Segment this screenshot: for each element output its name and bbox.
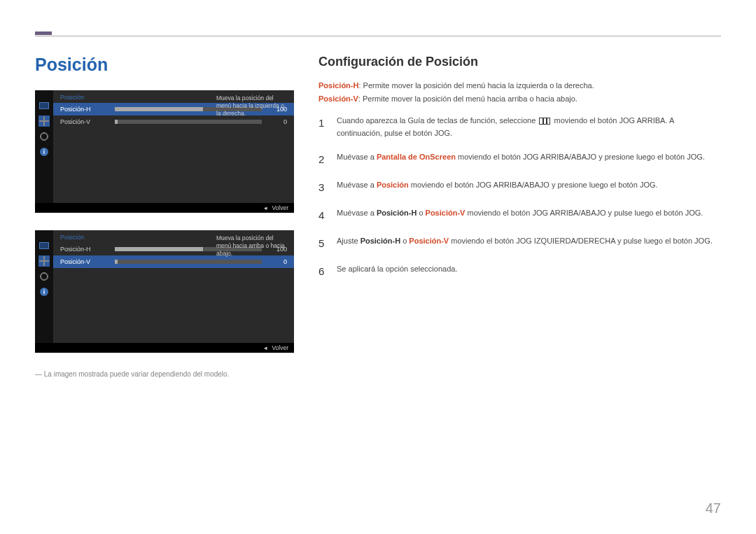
step-text: Muévase a [337, 209, 377, 217]
step-3: 3 Muévase a Posición moviendo el botón J… [318, 179, 721, 196]
intro-h-text: : Permite mover la posición del menú hac… [358, 81, 594, 90]
footnote: ― La imagen mostrada puede variar depend… [35, 370, 294, 378]
move-icon [38, 115, 50, 127]
step-term: Posición-V [426, 209, 465, 217]
triangle-left-icon: ◂ [264, 344, 267, 351]
step-number: 2 [318, 151, 328, 168]
osd-content: Posición Posición-H 100 Posición-V 0 Mue… [53, 90, 294, 203]
right-column: Configuración de Posición Posición-H: Pe… [318, 55, 721, 378]
osd-panel-h: i Posición Posición-H 100 Posición-V 0 M… [35, 90, 294, 213]
slider-icon [115, 260, 262, 264]
step-number: 6 [318, 263, 328, 280]
step-body: Se aplicará la opción seleccionada. [337, 263, 721, 280]
step-4: 4 Muévase a Posición-H o Posición-V movi… [318, 207, 721, 224]
info-icon: i [38, 286, 50, 297]
step-body: Ajuste Posición-H o Posición-V moviendo … [337, 235, 721, 252]
step-text: moviendo el botón JOG ARRIBA/ABAJO y pre… [456, 153, 705, 161]
step-5: 5 Ajuste Posición-H o Posición-V moviend… [318, 235, 721, 252]
section-title: Configuración de Posición [318, 55, 721, 69]
osd-footer: ◂ Volver [35, 343, 294, 353]
page-title: Posición [35, 55, 294, 75]
step-text: o [416, 209, 425, 217]
step-text: Muévase a [337, 181, 377, 189]
step-6: 6 Se aplicará la opción seleccionada. [318, 263, 721, 280]
intro-v-term: Posición-V [318, 94, 358, 103]
osd-row-value: 0 [267, 258, 287, 265]
osd-row-label: Posición-H [60, 106, 109, 113]
step-number: 3 [318, 179, 328, 196]
step-term: Posición-V [409, 237, 449, 245]
intro-v-text: : Permite mover la posición del menú hac… [358, 94, 578, 103]
triangle-left-icon: ◂ [264, 204, 267, 211]
osd-sidebar: i [35, 90, 53, 203]
osd-row-value: 0 [267, 118, 287, 125]
menu-icon [539, 118, 550, 125]
osd-footer: ◂ Volver [35, 203, 294, 213]
intro-v: Posición-V: Permite mover la posición de… [318, 92, 721, 106]
osd-row-label: Posición-H [60, 246, 109, 253]
osd-hint: Mueva la posición del menú hacia arriba … [216, 234, 290, 258]
step-text: Muévase a [337, 153, 377, 161]
main-content: Posición i Posición Posición-H 100 Posic… [35, 55, 721, 378]
step-text: Cuando aparezca la Guía de teclas de fun… [337, 116, 538, 125]
step-bold: Posición-H [377, 209, 416, 217]
osd-panel-v: i Posición Posición-H 100 Posición-V 0 M… [35, 230, 294, 353]
footnote-prefix: ― [35, 370, 44, 378]
steps-list: 1 Cuando aparezca la Guía de teclas de f… [318, 115, 721, 279]
step-body: Muévase a Posición moviendo el botón JOG… [337, 179, 721, 196]
gear-icon [38, 271, 50, 282]
monitor-icon [38, 100, 50, 111]
osd-back-label: Volver [272, 344, 288, 351]
step-text: Ajuste [337, 237, 360, 245]
page-number: 47 [706, 500, 721, 517]
step-term: Posición [377, 181, 409, 189]
step-number: 1 [318, 115, 328, 139]
osd-back-label: Volver [272, 204, 288, 211]
step-1: 1 Cuando aparezca la Guía de teclas de f… [318, 115, 721, 139]
step-number: 4 [318, 207, 328, 224]
step-text: moviendo el botón JOG ARRIBA/ABAJO y pre… [409, 181, 658, 189]
step-text: moviendo el botón JOG IZQUIERDA/DERECHA … [449, 237, 713, 245]
intro-h: Posición-H: Permite mover la posición de… [318, 79, 721, 92]
osd-hint: Mueva la posición del menú hacia la izqu… [216, 94, 290, 118]
top-divider [35, 31, 721, 35]
move-icon [38, 255, 50, 267]
info-icon: i [38, 146, 50, 157]
step-2: 2 Muévase a Pantalla de OnScreen moviend… [318, 151, 721, 168]
step-text: moviendo el botón JOG ARRIBA/ABAJO y pul… [465, 209, 703, 217]
osd-row-label: Posición-V [60, 258, 109, 265]
osd-row-label: Posición-V [60, 118, 109, 125]
step-body: Cuando aparezca la Guía de teclas de fun… [337, 115, 721, 139]
intro-h-term: Posición-H [318, 81, 358, 90]
osd-content: Posición Posición-H 100 Posición-V 0 Mue… [53, 230, 294, 343]
slider-icon [115, 120, 262, 124]
step-bold: Posición-H [360, 237, 400, 245]
monitor-icon [38, 240, 50, 251]
step-text: o [400, 237, 409, 245]
left-column: Posición i Posición Posición-H 100 Posic… [35, 55, 294, 378]
step-body: Muévase a Posición-H o Posición-V movien… [337, 207, 721, 224]
step-body: Muévase a Pantalla de OnScreen moviendo … [337, 151, 721, 168]
step-text: Se aplicará la opción seleccionada. [337, 265, 457, 273]
step-number: 5 [318, 235, 328, 252]
step-term: Pantalla de OnScreen [377, 153, 456, 161]
footnote-text: La imagen mostrada puede variar dependie… [44, 370, 230, 378]
gear-icon [38, 131, 50, 142]
osd-sidebar: i [35, 230, 53, 343]
